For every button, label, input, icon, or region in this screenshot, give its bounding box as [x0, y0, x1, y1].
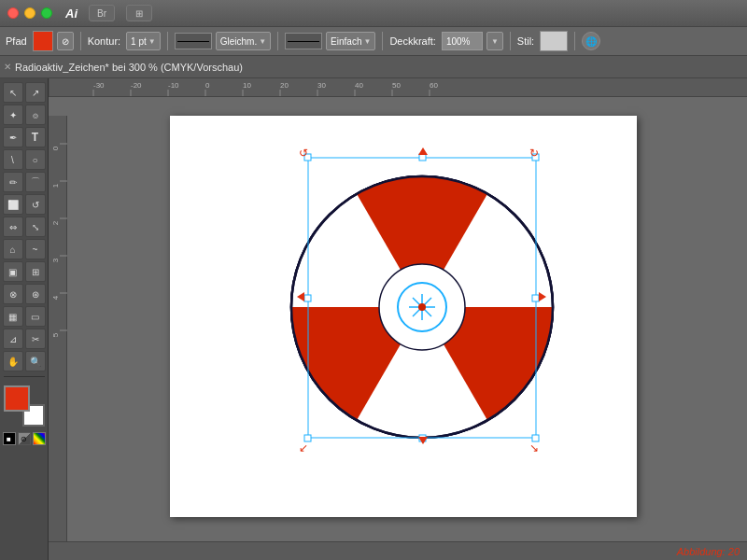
gradient-mode-btn[interactable]: [33, 432, 46, 445]
close-button[interactable]: [7, 7, 19, 19]
stroke-icon: ⊘: [62, 36, 69, 47]
svg-text:0: 0: [51, 146, 60, 150]
selection-tool[interactable]: ↖: [3, 82, 23, 103]
opacity-label: Deckkraft:: [389, 35, 436, 47]
stroke-type2-dropdown[interactable]: Einfach ▼: [326, 32, 375, 50]
fill-color-swatch[interactable]: [33, 31, 53, 51]
opacity-field[interactable]: 100%: [442, 32, 483, 50]
none-mode-btn[interactable]: ⊘: [18, 432, 31, 445]
tab-close-button[interactable]: ✕: [4, 62, 11, 72]
view-button[interactable]: ⊞: [126, 5, 152, 21]
tool-row-1: ↖ ↗: [3, 82, 46, 103]
handle-ml[interactable]: [304, 295, 311, 301]
tool-separator: [4, 376, 45, 377]
svg-text:2: 2: [51, 220, 60, 225]
radioactive-symbol[interactable]: ↺ ↻ ↙ ↘: [170, 106, 637, 508]
canvas-area[interactable]: -30 -20 -10 0 10 20 30 40 50 60: [49, 78, 747, 560]
color-tools: [4, 385, 45, 427]
stroke-weight-dropdown[interactable]: 1 pt ▼: [126, 32, 161, 50]
pen-tool[interactable]: ✒: [3, 127, 23, 147]
doc-button[interactable]: Br: [89, 5, 115, 21]
tool-row-3: ✒ T: [3, 127, 46, 147]
magic-wand-tool[interactable]: ✦: [3, 105, 23, 125]
svg-text:3: 3: [51, 258, 60, 262]
zoom-tool[interactable]: 🔍: [25, 351, 46, 371]
main-area: ↖ ↗ ✦ ⌾ ✒ T \ ○ ✏ ⌒ ⬜ ↺ ⇔ ⤡ ⌂ ~: [0, 78, 747, 560]
warp-tool[interactable]: ~: [25, 239, 46, 259]
handle-bl[interactable]: [304, 435, 311, 441]
opacity-value: 100%: [446, 36, 471, 47]
view-icon: ⊞: [135, 8, 143, 19]
tool-row-4: \ ○: [3, 149, 46, 170]
ruler-h-svg: -30 -20 -10 0 10 20 30 40 50 60: [49, 78, 747, 97]
gradient-tool[interactable]: ▣: [3, 261, 23, 282]
shape-tool[interactable]: ○: [25, 149, 46, 170]
maximize-button[interactable]: [41, 7, 52, 19]
divider-5: [510, 32, 511, 50]
blend-tool[interactable]: ⊗: [3, 284, 23, 304]
tabbar: ✕ Radioaktiv_Zeichen* bei 300 % (CMYK/Vo…: [0, 56, 747, 78]
tool-row-8: ⌂ ~: [3, 239, 46, 259]
svg-point-51: [418, 303, 426, 311]
svg-text:4: 4: [51, 295, 60, 300]
stroke-none-button[interactable]: ⊘: [57, 32, 74, 50]
brush-tool[interactable]: ⌒: [25, 172, 46, 192]
shear-tool[interactable]: ⌂: [3, 239, 23, 259]
color-mode-row: ■ ⊘: [3, 432, 46, 445]
globe-icon[interactable]: 🌐: [582, 32, 600, 50]
opacity-arrow-btn[interactable]: ▼: [486, 32, 503, 50]
stroke-type1-dropdown[interactable]: Gleichm. ▼: [216, 32, 271, 50]
foreground-color-swatch[interactable]: [4, 385, 30, 412]
ruler-vertical: 0 1 2 3 4 5: [49, 116, 67, 560]
mesh-tool[interactable]: ⊞: [25, 261, 46, 282]
tool-row-7: ⇔ ⤡: [3, 217, 46, 237]
statusbar: Abbildung: 20: [49, 541, 747, 560]
direct-selection-tool[interactable]: ↗: [25, 82, 46, 103]
corner-arrow-tl[interactable]: ↺: [299, 147, 308, 160]
scissors-tool[interactable]: ✂: [25, 329, 46, 349]
divider-4: [382, 32, 383, 50]
stroke-preview-1: [175, 33, 212, 49]
toolbox: ↖ ↗ ✦ ⌾ ✒ T \ ○ ✏ ⌒ ⬜ ↺ ⇔ ⤡ ⌂ ~: [0, 78, 49, 560]
corner-arrow-tr[interactable]: ↻: [529, 147, 539, 160]
svg-text:1: 1: [51, 183, 60, 188]
stroke-preview-2: [285, 33, 322, 49]
tool-row-2: ✦ ⌾: [3, 105, 46, 125]
corner-arrow-br[interactable]: ↘: [529, 441, 539, 455]
divider-1: [80, 32, 81, 50]
stroke-type2-label: Einfach: [331, 36, 361, 47]
svg-text:-20: -20: [131, 81, 142, 90]
stroke-type1-label: Gleichm.: [220, 36, 257, 47]
minimize-button[interactable]: [24, 7, 35, 19]
divider-2: [167, 32, 168, 50]
pencil-tool[interactable]: ✏: [3, 172, 23, 192]
tool-row-6: ⬜ ↺: [3, 194, 46, 215]
svg-text:30: 30: [317, 81, 326, 90]
line-tool[interactable]: \: [3, 149, 23, 170]
stroke-weight-arrow: ▼: [148, 37, 156, 46]
symbol-tool[interactable]: ⊛: [25, 284, 46, 304]
handle-tm[interactable]: [419, 154, 426, 161]
svg-text:-10: -10: [168, 81, 179, 90]
opacity-arrow: ▼: [491, 37, 499, 46]
eraser-tool[interactable]: ⬜: [3, 194, 23, 215]
svg-text:40: 40: [355, 81, 363, 90]
scale-tool[interactable]: ⤡: [25, 217, 46, 237]
stroke-type1-arrow: ▼: [259, 37, 266, 46]
artboard-tool[interactable]: ▭: [25, 306, 46, 327]
fill-mode-btn[interactable]: ■: [3, 432, 16, 445]
corner-arrow-bl[interactable]: ↙: [299, 441, 308, 455]
mirror-tool[interactable]: ⇔: [3, 217, 23, 237]
lasso-tool[interactable]: ⌾: [25, 105, 46, 125]
chart-tool[interactable]: ▦: [3, 306, 23, 327]
tab-title: Radioaktiv_Zeichen* bei 300 % (CMYK/Vors…: [15, 62, 243, 73]
toolbar: Pfad ⊘ Kontur: 1 pt ▼ Gleichm. ▼ Einfach…: [0, 26, 747, 56]
hand-tool[interactable]: ✋: [3, 351, 23, 371]
rotate-tool[interactable]: ↺: [25, 194, 46, 215]
handle-mr[interactable]: [532, 295, 539, 301]
stil-swatch[interactable]: [540, 31, 568, 51]
handle-br[interactable]: [532, 435, 539, 441]
tool-row-9: ▣ ⊞: [3, 261, 46, 282]
slice-tool[interactable]: ⊿: [3, 329, 23, 349]
text-tool[interactable]: T: [25, 127, 46, 147]
